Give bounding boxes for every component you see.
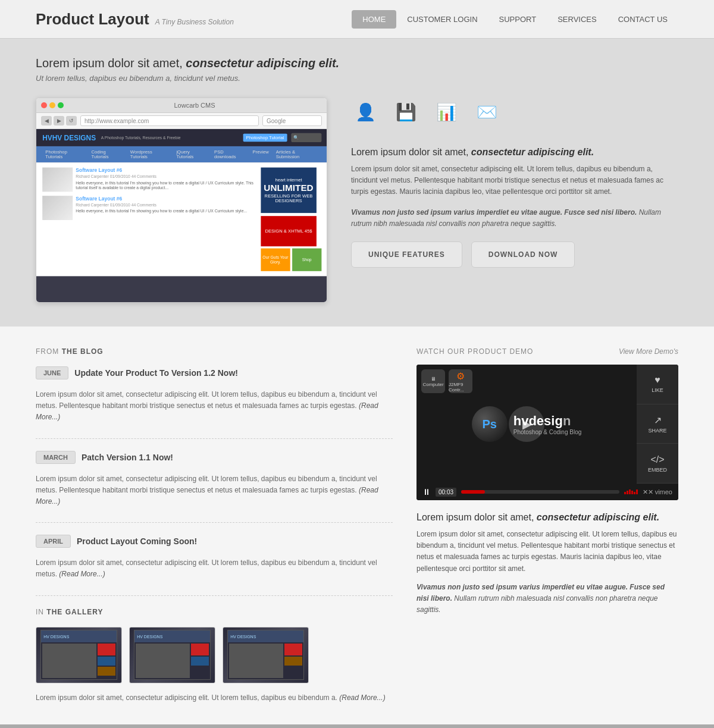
hero-right-title: Lorem ipsum dolor sit amet, consectetur …	[351, 147, 678, 158]
browser-search-bar[interactable]: Google	[262, 115, 322, 126]
blog-text-2: Lorem ipsum dolor sit amet, consectetur …	[36, 473, 393, 508]
mock-site-header: HVHV DESIGNS A Photoshop Tutorials, Reso…	[36, 129, 327, 146]
mock-post-thumb-2	[42, 196, 73, 220]
download-now-button[interactable]: DOWNLOAD NOW	[471, 241, 575, 268]
hero-right-text: Lorem ipsum dolor sit amet, consectetur …	[351, 164, 678, 198]
blog-section-title: FROM THE BLOG	[36, 347, 393, 356]
blog-item-2: MARCH Patch Version 1.1 Now! Lorem ipsum…	[36, 451, 393, 508]
mock-ad-4: Shop	[292, 249, 321, 271]
browser-url-bar[interactable]: http://www.example.com	[80, 115, 259, 126]
demo-header: WATCH OUR PRODUCT DEMO View More Demo's	[416, 347, 678, 356]
blog-item-3: APRIL Product Layout Coming Soon! Lorem …	[36, 535, 393, 580]
vol-bar-1	[624, 492, 626, 494]
hero-subtext: Ut lorem tellus, dapibus eu bibendum a, …	[36, 74, 678, 83]
blog-divider-3	[36, 595, 393, 596]
video-top-icons: 🖥 Computer ⚙ J2MF9 Contr...	[421, 369, 472, 393]
browser-back[interactable]: ◀	[41, 116, 52, 125]
dot-green	[58, 102, 64, 108]
browser-refresh[interactable]: ↺	[66, 116, 77, 125]
like-button[interactable]: ♥ LIKE	[637, 365, 678, 404]
logo-text-plain: Product	[36, 10, 98, 28]
main-content: FROM THE BLOG JUNE Update Your Product T…	[0, 327, 714, 724]
share-button[interactable]: ↗ SHARE	[637, 404, 678, 444]
vol-bar-2	[627, 491, 628, 494]
gallery-thumb-2[interactable]: HV DESIGNS	[129, 627, 215, 683]
right-desc-quote: Vivamus non justo sed ipsum varius imper…	[416, 582, 678, 616]
hero-right-quote: Vivamus non justo sed ipsum varius imper…	[351, 207, 678, 230]
nav-home[interactable]: HOME	[352, 10, 396, 29]
mock-sidebar: heart internet UNLIMITED RESELLING FOR W…	[261, 168, 321, 271]
play-button[interactable]: ▶	[509, 406, 544, 442]
mock-logo: HVHV DESIGNS	[42, 134, 96, 142]
mock-post-info-2: Software Layout #6 Richard Carpenter 01/…	[76, 196, 255, 214]
volume-bars	[624, 489, 638, 494]
nav-customer-login[interactable]: CUSTOMER LOGIN	[396, 10, 488, 29]
vol-bar-5	[634, 492, 635, 494]
demo-view-more[interactable]: View More Demo's	[619, 347, 678, 356]
header: Product Layout A Tiny Business Solution …	[0, 0, 714, 39]
mock-search: 🔍	[291, 133, 321, 142]
mock-ad-1: heart internet UNLIMITED RESELLING FOR W…	[261, 168, 317, 214]
blog-text-3: Lorem ipsum dolor sit amet, consectetur …	[36, 557, 393, 580]
mock-tagline: A Photoshop Tutorials, Resources & Freeb…	[96, 136, 243, 140]
browser-forward[interactable]: ▶	[54, 116, 64, 125]
blog-date-2: MARCH	[36, 451, 76, 464]
gallery-thumb-3[interactable]: HV DESIGNS	[223, 627, 309, 683]
nav-support[interactable]: SUPPORT	[488, 10, 547, 29]
nav-services[interactable]: SERVICES	[547, 10, 607, 29]
vol-bar-6	[636, 489, 638, 494]
browser-title-bar: Lowcarb CMS	[36, 98, 327, 113]
mock-subnav: Photoshop Tutorials Coding Tutorials Wor…	[36, 146, 327, 162]
mock-nav-item: Photoshop Tutorial	[243, 134, 287, 142]
mock-posts: Software Layout #6 Richard Carpenter 01/…	[42, 168, 256, 271]
mock-ad-2: DESIGN & XHTML 45$	[261, 216, 317, 246]
video-player: 🖥 Computer ⚙ J2MF9 Contr... Ps	[416, 365, 678, 500]
hero-buttons: UNIQUE FEATURES DOWNLOAD NOW	[351, 241, 678, 268]
gallery-caption: Lorem ipsum dolor sit amet, consectetur …	[36, 692, 393, 704]
blog-item-2-title-row: MARCH Patch Version 1.1 Now!	[36, 451, 393, 469]
demo-section-title: WATCH OUR PRODUCT DEMO	[416, 347, 533, 356]
video-sidebar: ♥ LIKE ↗ SHARE </> EMBED	[637, 365, 678, 484]
blog-item-1-title-row: JUNE Update Your Product To Version 1.2 …	[36, 366, 393, 384]
gallery-grid: HV DESIGNS H	[36, 627, 393, 683]
blog-date-3: APRIL	[36, 535, 71, 548]
blog-title-2: Patch Version 1.1 Now!	[82, 453, 173, 462]
mock-post-title-1: Software Layout #6	[76, 168, 255, 173]
vimeo-logo: ✕✕ vimeo	[643, 488, 672, 496]
heart-icon: ♥	[654, 375, 660, 385]
computer-icon-badge: 🖥 Computer	[421, 369, 445, 393]
video-controls: ⏸ 00:03 ✕✕ vimeo	[416, 484, 678, 500]
joomla-icon-badge: ⚙ J2MF9 Contr...	[449, 369, 472, 393]
dot-yellow	[49, 102, 55, 108]
pause-button[interactable]: ⏸	[422, 487, 431, 497]
browser-nav-bar: ◀ ▶ ↺ http://www.example.com Google	[36, 113, 327, 129]
vol-bar-4	[631, 491, 633, 494]
browser-nav-buttons: ◀ ▶ ↺	[41, 116, 77, 125]
blog-date-1: JUNE	[36, 366, 68, 379]
left-column: FROM THE BLOG JUNE Update Your Product T…	[36, 347, 393, 704]
blog-item-3-title-row: APRIL Product Layout Coming Soon!	[36, 535, 393, 553]
right-desc-text: Lorem ipsum dolor sit amet, consectetur …	[416, 529, 678, 575]
progress-bar[interactable]	[461, 490, 619, 494]
hero-right-content: 👤 💾 📊 ✉️ Lorem ipsum dolor sit amet, con…	[351, 98, 678, 268]
gallery-thumb-1[interactable]: HV DESIGNS	[36, 627, 122, 683]
vol-bar-3	[629, 489, 631, 494]
logo-tagline: A Tiny Business Solution	[155, 18, 234, 26]
browser-title-text: Lowcarb CMS	[174, 102, 215, 109]
blog-title-3: Product Layout Coming Soon!	[77, 536, 197, 546]
embed-button[interactable]: </> EMBED	[637, 444, 678, 484]
user-icon: 👤	[351, 98, 380, 126]
nav-contact-us[interactable]: CONTACT US	[607, 10, 678, 29]
time-display: 00:03	[436, 488, 456, 497]
save-icon: 💾	[392, 98, 420, 126]
blog-title-1: Update Your Product To Version 1.2 Now!	[74, 368, 238, 378]
blog-divider-1	[36, 438, 393, 439]
blog-text-1: Lorem ipsum dolor sit amet, consectetur …	[36, 389, 393, 423]
logo-title: Product Layout	[36, 10, 149, 29]
unique-features-button[interactable]: UNIQUE FEATURES	[351, 241, 462, 268]
footer: Copyright Your Website, All Rights Reser…	[0, 724, 714, 728]
progress-fill	[461, 490, 485, 494]
mock-post-2: Software Layout #6 Richard Carpenter 01/…	[42, 196, 256, 220]
mail-icon: ✉️	[472, 98, 501, 126]
browser-screenshot: Lowcarb CMS ◀ ▶ ↺ http://www.example.com…	[36, 98, 327, 303]
